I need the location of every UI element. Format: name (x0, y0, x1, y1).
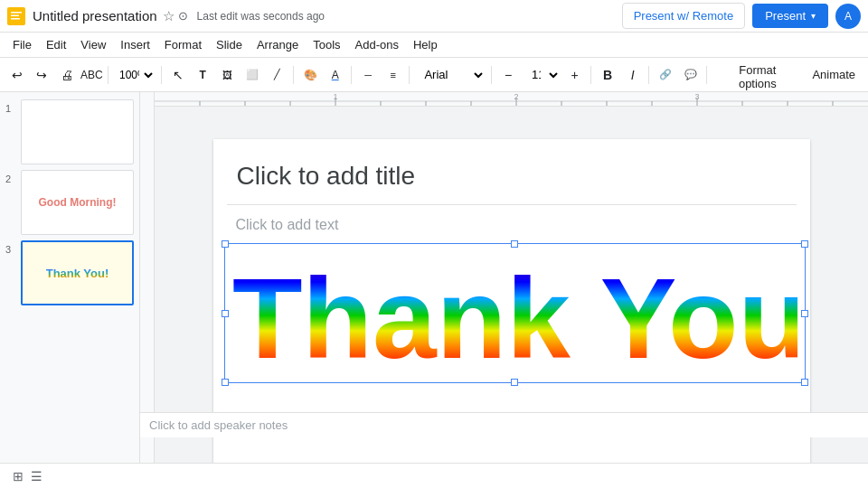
canvas-column: 1 2 3 4 C (155, 92, 868, 463)
thank-you-textbox[interactable]: Thank You! (224, 243, 806, 383)
menu-arrange[interactable]: Arrange (250, 35, 306, 54)
handle-top-mid[interactable] (511, 240, 518, 248)
slide-thumb-content-2: Good Morning! (22, 171, 133, 234)
font-size-decrease[interactable]: − (496, 63, 520, 87)
bold-button[interactable]: B (596, 63, 619, 87)
menu-bar: File Edit View Insert Format Slide Arran… (0, 33, 868, 58)
format-options-button[interactable]: Format options (712, 63, 803, 87)
slide-num-1: 1 (5, 103, 16, 114)
italic-button[interactable]: I (621, 63, 645, 87)
speaker-notes-text: Click to add speaker notes (155, 418, 288, 432)
comment-button[interactable]: 💬 (679, 63, 703, 87)
main-area: 1 2 Good Morning! 3 Thank You! (0, 92, 868, 463)
slide-item-2[interactable]: 2 Good Morning! (5, 170, 134, 235)
handle-mid-right[interactable] (801, 310, 808, 317)
present-label: Present (765, 9, 806, 23)
toolbar-sep-7 (590, 66, 591, 84)
font-select[interactable]: ArialTimes New RomanVerdana (414, 63, 486, 87)
title-placeholder-text: Click to add title (237, 162, 416, 191)
slide-thumb-3[interactable]: Thank You! (21, 240, 134, 305)
doc-title[interactable]: Untitled presentation (33, 8, 157, 23)
title-placeholder[interactable]: Click to add title (227, 153, 797, 200)
body-placeholder[interactable]: Click to add text (227, 211, 797, 239)
handle-mid-left[interactable] (222, 310, 229, 317)
handle-bot-mid[interactable] (511, 379, 518, 386)
ruler-horizontal: 1 2 3 4 (155, 92, 868, 107)
title-bar: Untitled presentation ☆ ⊙ Last edit was … (0, 0, 868, 33)
print-button[interactable]: 🖨 (55, 63, 79, 87)
cursor-button[interactable]: ↖ (166, 63, 190, 87)
grid-view-button[interactable]: ⊞ (9, 467, 27, 485)
menu-tools[interactable]: Tools (306, 35, 347, 54)
slide-thumb-content-3: Thank You! (23, 242, 132, 304)
slide-thumb-content-1 (22, 100, 133, 164)
canvas-area[interactable]: Click to add title Click to add text (155, 107, 868, 463)
ruler-vertical (140, 92, 155, 463)
handle-top-right[interactable] (801, 240, 808, 248)
menu-view[interactable]: View (73, 35, 113, 54)
shape-button[interactable]: ⬜ (241, 63, 264, 87)
speaker-notes[interactable]: Click to add speaker notes (155, 412, 868, 437)
star-icon[interactable]: ☆ (163, 8, 175, 24)
toolbar-sep-8 (648, 66, 649, 84)
undo-button[interactable]: ↩ (5, 63, 29, 87)
text-button[interactable]: T (191, 63, 214, 87)
slide3-preview-text: Thank You! (46, 267, 109, 280)
slide-item-3[interactable]: 3 Thank You! (5, 240, 134, 305)
menu-addons[interactable]: Add-ons (348, 35, 406, 54)
slide2-preview-text: Good Morning! (39, 196, 117, 209)
cloud-icon: ⊙ (178, 9, 188, 23)
slide-thumb-1[interactable] (21, 99, 134, 164)
toolbar-sep-9 (706, 66, 707, 84)
toolbar: ↩ ↪ 🖨 ABC 100%50%75%150% ↖ T 🖼 ⬜ ╱ 🎨 A ─… (0, 58, 868, 92)
menu-edit[interactable]: Edit (39, 35, 73, 54)
spell-check-button[interactable]: ABC (80, 63, 104, 87)
menu-insert[interactable]: Insert (113, 35, 157, 54)
bottom-bar: ⊞ ☰ (0, 463, 868, 488)
link-button[interactable]: 🔗 (654, 63, 677, 87)
thank-you-svg: Thank You! (232, 250, 797, 377)
image-button[interactable]: 🖼 (216, 63, 240, 87)
border-color-button[interactable]: A (324, 63, 347, 87)
toolbar-sep-2 (161, 66, 162, 84)
animate-button[interactable]: Animate (805, 63, 863, 87)
app-icon (7, 7, 25, 25)
present-remote-button[interactable]: Present w/ Remote (622, 3, 746, 29)
slide-num-2: 2 (5, 174, 16, 184)
toolbar-sep-4 (351, 66, 352, 84)
body-placeholder-text: Click to add text (236, 217, 339, 233)
handle-top-left[interactable] (222, 240, 229, 248)
menu-slide[interactable]: Slide (209, 35, 250, 54)
menu-format[interactable]: Format (157, 35, 209, 54)
title-divider (227, 204, 797, 205)
line-style-button[interactable]: ─ (356, 63, 380, 87)
zoom-select[interactable]: 100%50%75%150% (113, 63, 156, 87)
svg-rect-1 (11, 12, 22, 14)
svg-text:2: 2 (514, 92, 518, 101)
present-button[interactable]: Present ▾ (752, 4, 828, 28)
handle-bot-left[interactable] (222, 379, 229, 386)
toolbar-sep-6 (491, 66, 492, 84)
fill-color-button[interactable]: 🎨 (298, 63, 322, 87)
menu-file[interactable]: File (5, 35, 39, 54)
slide-thumb-2[interactable]: Good Morning! (21, 170, 134, 235)
toolbar-sep-5 (409, 66, 410, 84)
svg-text:1: 1 (333, 92, 337, 101)
font-size-select[interactable]: 1181012141824364872 (522, 63, 561, 87)
account-icon[interactable]: A (835, 4, 861, 29)
slides-panel: 1 2 Good Morning! 3 Thank You! (0, 92, 140, 463)
slide-num-3: 3 (5, 244, 16, 255)
slide-item-1[interactable]: 1 (5, 99, 134, 164)
menu-help[interactable]: Help (406, 35, 445, 54)
font-size-increase[interactable]: + (563, 63, 587, 87)
redo-button[interactable]: ↪ (31, 63, 54, 87)
svg-text:3: 3 (694, 92, 699, 101)
thank-you-text: Thank You! (225, 244, 805, 382)
border-weight-button[interactable]: ≡ (382, 63, 405, 87)
svg-text:Thank You!: Thank You! (232, 253, 797, 376)
handle-bot-right[interactable] (801, 379, 808, 386)
line-button[interactable]: ╱ (266, 63, 289, 87)
list-view-button[interactable]: ☰ (27, 467, 46, 485)
present-dropdown-icon[interactable]: ▾ (811, 11, 816, 21)
toolbar-sep-1 (108, 66, 108, 84)
